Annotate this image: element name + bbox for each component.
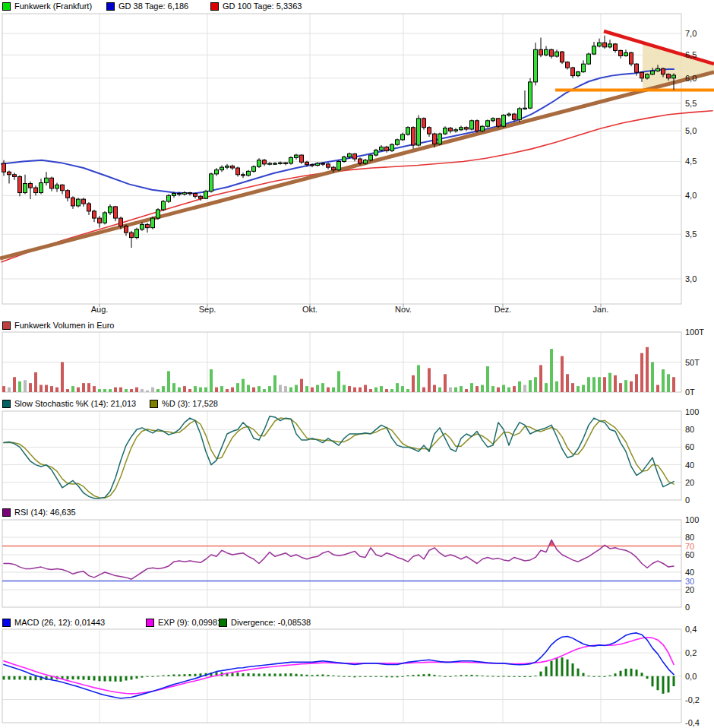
rsi-axis-tick: 80 bbox=[685, 533, 694, 542]
price-axis-tick: 5,0 bbox=[685, 126, 697, 135]
stock-chart-page: Funkwerk (Frankfurt) GD 38 Tage: 6,186 G… bbox=[0, 0, 714, 728]
macd-axis-tick: -0,4 bbox=[685, 718, 700, 727]
rsi-axis-tick: 0 bbox=[685, 603, 690, 612]
volume-axis-tick: 0T bbox=[685, 388, 695, 397]
price-axis-tick: 4,0 bbox=[685, 191, 697, 200]
macd-axis-tick: 0,0 bbox=[685, 672, 697, 681]
month-axis-label: Aug. bbox=[91, 305, 109, 314]
rsi-axis-tick: 100 bbox=[685, 515, 699, 524]
price-axis-tick: 6,0 bbox=[685, 74, 697, 83]
month-axis-label: Sep. bbox=[199, 305, 216, 314]
price-axis-tick: 5,5 bbox=[685, 99, 697, 108]
macd-axis-tick: -0,2 bbox=[685, 695, 700, 704]
stochastic-axis-tick: 60 bbox=[685, 442, 694, 451]
rsi-axis-tick: 20 bbox=[685, 585, 694, 594]
rsi-axis-tick: 70 bbox=[685, 542, 694, 551]
price-axis-tick: 3,0 bbox=[685, 274, 697, 283]
month-axis-label: Dez. bbox=[494, 305, 512, 314]
stochastic-axis-tick: 0 bbox=[685, 495, 690, 505]
volume-axis-tick: 100T bbox=[685, 328, 704, 337]
rsi-axis-tick: 60 bbox=[685, 550, 694, 559]
rsi-axis-tick: 30 bbox=[685, 577, 694, 586]
price-axis-tick: 3,5 bbox=[685, 229, 697, 239]
month-axis-label: Jan. bbox=[593, 305, 609, 314]
charts-canvas[interactable] bbox=[0, 0, 714, 728]
price-axis-tick: 6,5 bbox=[685, 50, 697, 59]
price-axis-tick: 4,5 bbox=[685, 157, 697, 166]
stochastic-axis-tick: 100 bbox=[685, 407, 699, 416]
stochastic-axis-tick: 40 bbox=[685, 461, 694, 470]
rsi-axis-tick: 40 bbox=[685, 568, 694, 577]
month-axis-label: Okt. bbox=[302, 305, 318, 314]
volume-axis-tick: 50T bbox=[685, 358, 700, 367]
stochastic-axis-tick: 80 bbox=[685, 425, 694, 434]
macd-axis-tick: 0,2 bbox=[685, 648, 697, 657]
macd-axis-tick: 0,4 bbox=[685, 625, 697, 634]
month-axis-label: Nov. bbox=[395, 305, 412, 314]
stochastic-axis-tick: 20 bbox=[685, 478, 694, 487]
price-axis-tick: 7,0 bbox=[685, 29, 697, 38]
